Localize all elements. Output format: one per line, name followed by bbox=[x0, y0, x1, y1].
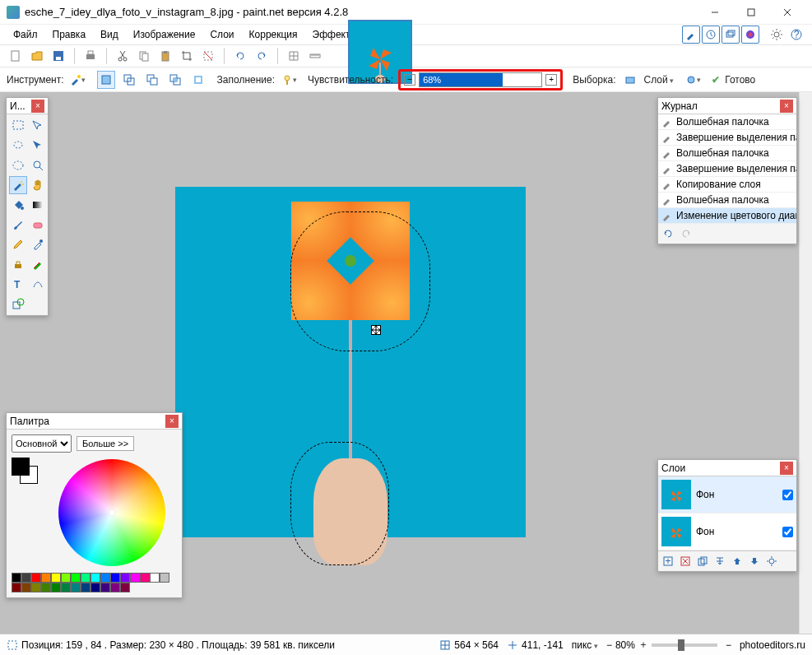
tool-ellipse-select[interactable] bbox=[9, 156, 27, 174]
tools-panel-close-icon[interactable]: × bbox=[31, 100, 44, 113]
tool-clone-stamp[interactable] bbox=[9, 255, 27, 273]
layer-visibility-checkbox[interactable] bbox=[782, 490, 793, 500]
history-redo-icon[interactable] bbox=[680, 227, 693, 240]
layer-item[interactable]: Фон bbox=[658, 513, 796, 550]
palette-swatch[interactable] bbox=[90, 583, 100, 592]
palette-swatch[interactable] bbox=[41, 583, 51, 592]
tool-line[interactable] bbox=[29, 275, 47, 293]
tool-lasso-select[interactable] bbox=[9, 137, 27, 155]
palette-swatch[interactable] bbox=[110, 573, 120, 583]
palette-swatch[interactable] bbox=[61, 583, 71, 592]
color-wheel-marker[interactable] bbox=[108, 509, 116, 517]
zoom-out-icon[interactable]: − bbox=[606, 639, 612, 651]
tool-magic-wand[interactable] bbox=[9, 176, 27, 194]
selection-invert-icon[interactable] bbox=[189, 71, 207, 89]
history-list[interactable]: Волшебная палочкаЗавершение выделения па… bbox=[658, 114, 796, 224]
tool-recolor[interactable] bbox=[29, 255, 47, 273]
new-icon[interactable] bbox=[7, 47, 25, 65]
tolerance-minus-button[interactable]: − bbox=[404, 74, 415, 86]
palette-swatch[interactable] bbox=[31, 583, 41, 592]
tolerance-slider[interactable]: 68% bbox=[419, 72, 542, 87]
palette-swatch[interactable] bbox=[81, 583, 90, 592]
palette-swatch[interactable] bbox=[120, 583, 130, 592]
vertical-scrollbar[interactable] bbox=[799, 92, 812, 634]
zoom-in-icon[interactable]: ＋ bbox=[638, 638, 648, 652]
palette-swatch[interactable] bbox=[12, 573, 21, 583]
layers-panel-close-icon[interactable]: × bbox=[780, 462, 793, 475]
selection-subtract-icon[interactable] bbox=[143, 71, 161, 89]
tool-zoom[interactable] bbox=[29, 156, 47, 174]
tools-window-icon[interactable] bbox=[682, 26, 700, 44]
palette-swatch[interactable] bbox=[41, 573, 51, 583]
tool-shapes[interactable] bbox=[9, 295, 27, 313]
layer-visibility-checkbox[interactable] bbox=[782, 527, 793, 537]
tolerance-plus-button[interactable]: + bbox=[545, 74, 557, 86]
cut-icon[interactable] bbox=[114, 47, 132, 65]
redo-icon[interactable] bbox=[253, 47, 271, 65]
primary-color-swatch[interactable] bbox=[12, 458, 30, 476]
tool-rectangle-select[interactable] bbox=[9, 117, 27, 135]
crop-icon[interactable] bbox=[178, 47, 196, 65]
palette-swatch[interactable] bbox=[61, 573, 71, 583]
color-wheel[interactable] bbox=[58, 459, 165, 566]
tool-paint-bucket[interactable] bbox=[9, 196, 27, 214]
layer-up-icon[interactable] bbox=[730, 554, 745, 569]
tool-picker[interactable] bbox=[69, 71, 87, 89]
paste-icon[interactable] bbox=[156, 47, 174, 65]
menu-file[interactable]: Файл bbox=[7, 27, 44, 42]
palette-mode-select[interactable]: Основной bbox=[12, 434, 72, 453]
open-icon[interactable] bbox=[28, 47, 46, 65]
settings-icon[interactable] bbox=[768, 26, 786, 44]
menu-view[interactable]: Вид bbox=[94, 27, 125, 42]
layer-down-icon[interactable] bbox=[747, 554, 762, 569]
zoom-slider[interactable] bbox=[652, 643, 717, 647]
maximize-button[interactable] bbox=[733, 1, 769, 24]
palette-swatch[interactable] bbox=[100, 583, 110, 592]
layer-properties-icon[interactable] bbox=[764, 554, 779, 569]
palette-swatch[interactable] bbox=[12, 583, 21, 592]
layer-merge-icon[interactable] bbox=[712, 554, 727, 569]
units-dropdown[interactable]: пикс bbox=[572, 639, 598, 651]
palette-swatch[interactable] bbox=[21, 583, 31, 592]
close-button[interactable] bbox=[769, 1, 805, 24]
minimize-button[interactable] bbox=[697, 1, 733, 24]
copy-icon[interactable] bbox=[135, 47, 153, 65]
selection-replace-icon[interactable] bbox=[97, 71, 115, 89]
history-undo-icon[interactable] bbox=[661, 227, 675, 240]
history-item[interactable]: Волшебная палочка bbox=[658, 193, 796, 208]
tool-color-picker[interactable] bbox=[29, 235, 47, 253]
palette-panel-close-icon[interactable]: × bbox=[165, 415, 179, 428]
palette-swatch[interactable] bbox=[160, 573, 169, 583]
history-item[interactable]: Изменение цветового диапазона bbox=[658, 208, 796, 224]
history-item[interactable]: Завершение выделения палочкой bbox=[658, 161, 796, 177]
flood-mode-icon[interactable] bbox=[280, 71, 298, 89]
tool-move-selection[interactable] bbox=[29, 117, 47, 135]
history-window-icon[interactable] bbox=[702, 26, 720, 44]
menu-layers[interactable]: Слои bbox=[203, 27, 240, 42]
tool-pencil[interactable] bbox=[9, 235, 27, 253]
layer-add-icon[interactable]: + bbox=[661, 554, 675, 569]
grid-icon[interactable] bbox=[285, 47, 303, 65]
primary-secondary-swatches[interactable] bbox=[12, 458, 39, 485]
menu-adjustments[interactable]: Коррекция bbox=[243, 27, 304, 42]
layers-list[interactable]: ФонФон bbox=[658, 476, 796, 550]
tool-eraser[interactable] bbox=[29, 216, 47, 234]
print-icon[interactable] bbox=[81, 47, 100, 65]
history-item[interactable]: Завершение выделения палочкой bbox=[658, 130, 796, 146]
tool-paintbrush[interactable] bbox=[9, 216, 27, 234]
palette-swatch[interactable] bbox=[140, 573, 150, 583]
deselect-icon[interactable] bbox=[199, 47, 217, 65]
tool-gradient[interactable] bbox=[29, 196, 47, 214]
sampling-layer-icon[interactable] bbox=[621, 71, 639, 89]
layers-window-icon[interactable] bbox=[722, 26, 740, 44]
palette-swatch[interactable] bbox=[130, 573, 140, 583]
menu-image[interactable]: Изображение bbox=[127, 27, 202, 42]
history-item[interactable]: Волшебная палочка bbox=[658, 114, 796, 130]
layer-delete-icon[interactable] bbox=[678, 554, 693, 569]
palette-swatch[interactable] bbox=[81, 573, 90, 583]
palette-swatch[interactable] bbox=[120, 573, 130, 583]
palette-swatch[interactable] bbox=[71, 573, 81, 583]
menu-edit[interactable]: Правка bbox=[46, 27, 93, 42]
tool-pan[interactable] bbox=[29, 176, 47, 194]
tool-text[interactable]: T bbox=[9, 275, 27, 293]
